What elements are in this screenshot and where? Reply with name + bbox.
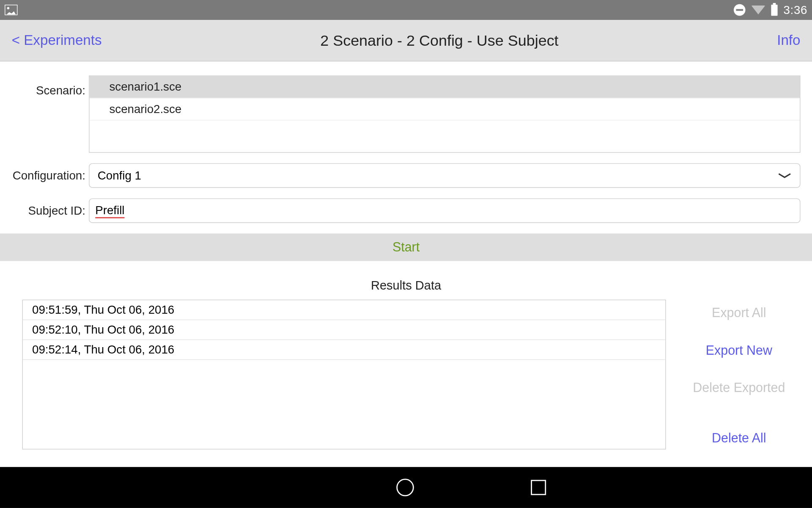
configuration-value: Config 1 xyxy=(98,169,141,182)
export-new-button[interactable]: Export New xyxy=(678,341,800,361)
app-bar: < Experiments 2 Scenario - 2 Config - Us… xyxy=(0,20,812,61)
scenario-listbox[interactable]: scenario1.sce scenario2.sce xyxy=(89,75,800,152)
back-button[interactable]: < Experiments xyxy=(12,32,102,49)
configuration-label: Configuration: xyxy=(12,169,89,182)
status-time: 3:36 xyxy=(784,3,808,17)
subject-id-input[interactable]: Prefill xyxy=(89,199,800,223)
start-button[interactable]: Start xyxy=(0,234,812,261)
nav-recent-button[interactable] xyxy=(531,480,546,495)
info-button[interactable]: Info xyxy=(777,32,800,49)
results-heading: Results Data xyxy=(12,279,801,293)
nav-home-button[interactable] xyxy=(396,479,414,496)
scenario-label: Scenario: xyxy=(12,75,89,97)
results-list[interactable]: 09:51:59, Thu Oct 06, 2016 09:52:10, Thu… xyxy=(22,300,666,450)
chevron-down-icon xyxy=(778,173,792,179)
battery-icon xyxy=(771,4,777,15)
configuration-select[interactable]: Config 1 xyxy=(89,163,800,188)
results-list-item[interactable]: 09:52:14, Thu Oct 06, 2016 xyxy=(23,340,665,360)
scenario-list-item[interactable]: scenario1.sce xyxy=(90,76,800,99)
android-nav-bar xyxy=(0,467,812,508)
do-not-disturb-icon xyxy=(734,4,746,16)
picture-notification-icon xyxy=(5,5,17,15)
results-list-item[interactable]: 09:52:10, Thu Oct 06, 2016 xyxy=(23,320,665,340)
subject-id-value: Prefill xyxy=(95,203,124,218)
delete-all-button[interactable]: Delete All xyxy=(678,428,800,448)
export-all-button[interactable]: Export All xyxy=(678,303,800,323)
nav-back-button[interactable] xyxy=(266,478,279,497)
subject-id-label: Subject ID: xyxy=(12,204,89,218)
page-title: 2 Scenario - 2 Config - Use Subject xyxy=(320,31,558,50)
delete-exported-button[interactable]: Delete Exported xyxy=(678,378,800,398)
status-bar: 3:36 xyxy=(0,0,812,20)
results-list-item[interactable]: 09:51:59, Thu Oct 06, 2016 xyxy=(23,300,665,320)
scenario-list-item[interactable]: scenario2.sce xyxy=(90,98,800,121)
wifi-icon xyxy=(751,6,765,14)
